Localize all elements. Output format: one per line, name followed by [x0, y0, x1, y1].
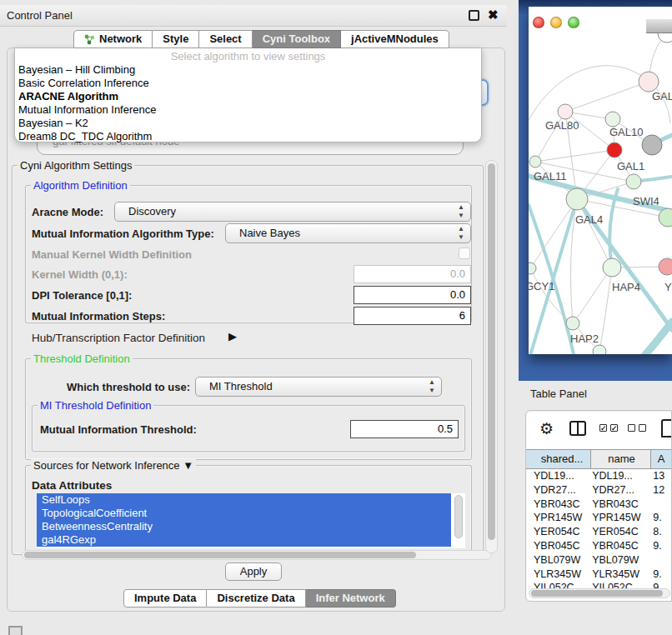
- mi-threshold-field[interactable]: 0.5: [350, 420, 459, 438]
- node-label-gal-cut: GAL: [652, 90, 672, 102]
- unchecked-checkbox-icon[interactable]: [628, 424, 635, 432]
- column-header-shared[interactable]: shared...: [526, 450, 591, 468]
- dropdown-item[interactable]: Basic Correlation Inference: [15, 77, 481, 90]
- table-row[interactable]: YLR345WYLR345W9.: [526, 568, 671, 582]
- checked-checkbox-icon[interactable]: ✓: [599, 424, 607, 432]
- node-label-gal10: GAL10: [609, 126, 643, 138]
- table-header: shared... name A: [526, 449, 671, 469]
- data-attributes-list[interactable]: SelfLoops TopologicalCoefficient Between…: [37, 493, 465, 548]
- tab-jactivemnodules[interactable]: jActiveMNodules: [341, 30, 449, 48]
- control-panel-tabbar: Network Style Select Cyni Toolbox jActiv…: [73, 30, 449, 48]
- table-row[interactable]: YBR043CYBR043C: [526, 498, 671, 512]
- node-label-gcy1: GCY1: [529, 280, 554, 292]
- mi-steps-field[interactable]: 6: [354, 307, 471, 325]
- kernel-width-field[interactable]: 0.0: [354, 265, 471, 283]
- tab-cyni-toolbox[interactable]: Cyni Toolbox: [253, 30, 341, 48]
- scrollbar-thumb[interactable]: [488, 163, 495, 540]
- dropdown-item[interactable]: Bayesian – K2: [15, 117, 481, 130]
- group-title: MI Threshold Definition: [38, 399, 153, 412]
- dropdown-item-selected[interactable]: ARACNE Algorithm: [15, 90, 481, 103]
- which-threshold-label: Which threshold to use:: [67, 381, 190, 393]
- apply-button[interactable]: Apply: [225, 562, 282, 581]
- data-attributes-label: Data Attributes: [32, 479, 112, 492]
- table-horizontal-scrollbar[interactable]: [529, 588, 670, 598]
- dropdown-item[interactable]: Dream8 DC_TDC Algorithm: [15, 130, 481, 143]
- settings-horizontal-scrollbar[interactable]: [22, 550, 492, 560]
- minimized-panel-icon[interactable]: [8, 626, 23, 635]
- list-item[interactable]: TopologicalCoefficient: [37, 507, 451, 520]
- tab-impute-data[interactable]: Impute Data: [123, 589, 207, 608]
- dropdown-item[interactable]: Bayesian – Hill Climbing: [15, 63, 481, 77]
- table-row[interactable]: YDL19...YDL19...13: [526, 469, 671, 483]
- kernel-width-label: Kernel Width (0,1):: [32, 268, 128, 281]
- dropdown-item[interactable]: Mutual Information Inference: [15, 103, 481, 117]
- spinner-arrows-icon: ▲▼: [458, 225, 464, 242]
- list-item[interactable]: gal4RGexp: [37, 533, 451, 547]
- table-panel-title: Table Panel: [530, 388, 587, 400]
- checked-checkbox-icon[interactable]: ✓: [610, 424, 618, 432]
- dpi-tolerance-label: DPI Tolerance [0,1]:: [32, 289, 132, 302]
- tab-select[interactable]: Select: [199, 30, 252, 48]
- panel-title: Control Panel: [7, 9, 73, 22]
- node-label-hap2: HAP2: [570, 332, 599, 345]
- cyni-settings-panel: Cyni Algorithm Settings Algorithm Defini…: [10, 158, 484, 555]
- aracne-mode-label: Aracne Mode:: [32, 206, 103, 218]
- table-function-icon[interactable]: [661, 419, 672, 438]
- gear-icon[interactable]: ⚙: [539, 421, 554, 438]
- close-icon[interactable]: ✖: [488, 9, 499, 20]
- expand-right-icon[interactable]: ▶: [228, 330, 237, 342]
- node-label-swi4: SWI4: [633, 195, 659, 208]
- unchecked-checkbox-icon[interactable]: [639, 424, 646, 432]
- table-row[interactable]: YBR045CYBR045C9.: [526, 539, 671, 553]
- control-panel: Control Panel ✖ Network Style Select Cyn…: [0, 0, 507, 617]
- group-title: Cyni Algorithm Settings: [18, 159, 134, 172]
- collapse-down-icon[interactable]: ▼: [183, 459, 193, 472]
- table-row[interactable]: YBL079WYBL079W: [526, 553, 671, 568]
- mi-threshold-label: Mutual Information Threshold:: [40, 423, 197, 436]
- tab-network[interactable]: Network: [73, 30, 153, 48]
- node-label-hap4: HAP4: [612, 281, 640, 293]
- float-window-icon[interactable]: [469, 10, 479, 21]
- background-window-titlebar: [646, 19, 672, 33]
- columns-icon[interactable]: [569, 421, 586, 436]
- hub-definition-toggle[interactable]: Hub/Transcription Factor Definition: [32, 332, 205, 344]
- table-panel: ⚙ ✓ ✓ shared... name A YDL19...YDL19...1…: [525, 410, 672, 602]
- tab-label: Network: [99, 31, 142, 48]
- tab-style[interactable]: Style: [153, 30, 199, 48]
- node-label-gal80: GAL80: [545, 119, 579, 132]
- manual-kernel-label: Manual Kernel Width Definition: [32, 248, 192, 261]
- table-row[interactable]: YDR27...YDR27...12: [526, 483, 671, 498]
- tab-discretize-data[interactable]: Discretize Data: [207, 589, 305, 608]
- spinner-arrows-icon: ▲▼: [429, 378, 435, 395]
- node-label-y-cut: Y: [664, 281, 672, 293]
- scrollbar-thumb[interactable]: [531, 590, 663, 597]
- network-graph[interactable]: GAL GAL80 GAL10 GAL1 GAL11 SWI4 GAL4 GCY…: [529, 7, 672, 354]
- manual-kernel-checkbox[interactable]: [459, 248, 470, 259]
- which-threshold-combo[interactable]: MI Threshold ▲▼: [195, 377, 442, 397]
- settings-vertical-scrollbar[interactable]: [485, 160, 498, 553]
- dropdown-placeholder: Select algorithm to view settings: [15, 50, 481, 63]
- column-header-partial[interactable]: A: [651, 450, 671, 468]
- list-vertical-scrollbar[interactable]: [454, 495, 463, 538]
- group-title: Threshold Definition: [31, 352, 133, 365]
- column-header-name[interactable]: name: [591, 450, 651, 468]
- table-body: YDL19...YDL19...13 YDR27...YDR27...12 YB…: [526, 469, 671, 602]
- cyni-bottom-tabbar: Impute Data Discretize Data Infer Networ…: [123, 589, 396, 608]
- spinner-arrows-icon: ▲▼: [458, 203, 464, 220]
- group-title: Sources for Network Inference ▼: [31, 459, 196, 472]
- tab-infer-network[interactable]: Infer Network: [306, 589, 396, 608]
- list-item[interactable]: BetweennessCentrality: [37, 520, 451, 533]
- node-label-gal11: GAL11: [534, 170, 567, 182]
- mi-steps-label: Mutual Information Steps:: [32, 310, 165, 322]
- table-row[interactable]: YPR145WYPR145W9.: [526, 511, 671, 525]
- aracne-mode-combo[interactable]: Discovery ▲▼: [114, 202, 471, 222]
- table-row[interactable]: YER054CYER054C8.: [526, 525, 671, 539]
- mi-algorithm-type-combo[interactable]: Naive Bayes ▲▼: [225, 223, 471, 243]
- group-title: Algorithm Definition: [31, 179, 130, 192]
- control-panel-titlebar: Control Panel ✖: [0, 5, 507, 27]
- list-item[interactable]: SelfLoops: [37, 493, 451, 507]
- network-window[interactable]: GAL GAL80 GAL10 GAL1 GAL11 SWI4 GAL4 GCY…: [529, 7, 672, 354]
- algorithm-dropdown-popup: Select algorithm to view settings Bayesi…: [14, 48, 482, 142]
- scrollbar-thumb[interactable]: [24, 552, 416, 558]
- dpi-tolerance-field[interactable]: 0.0: [354, 286, 471, 304]
